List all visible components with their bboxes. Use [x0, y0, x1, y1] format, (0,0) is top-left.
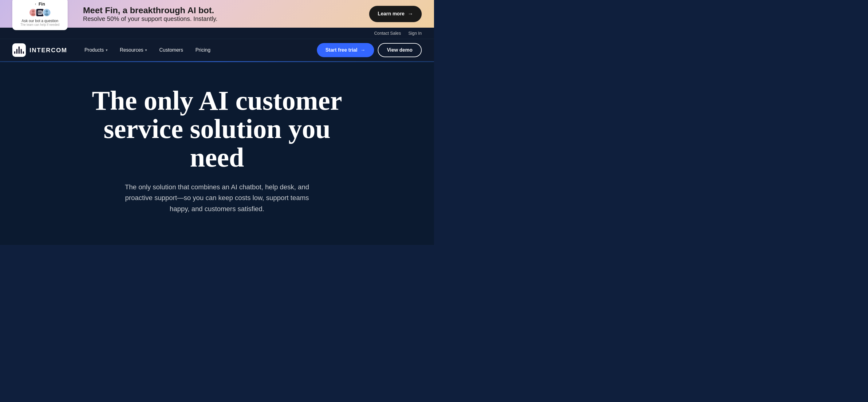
main-navbar: INTERCOM Products ▾ Resources ▾ Customer…: [0, 39, 434, 61]
view-demo-label: View demo: [387, 47, 412, 53]
fin-card-title: Fin: [39, 2, 45, 6]
announcement-banner: ‹ Fin: [0, 0, 434, 28]
logo-bars: [14, 47, 24, 54]
back-arrow-icon: ‹: [35, 2, 36, 6]
logo-bar-1: [14, 51, 16, 54]
fin-card-text: Ask our bot a question The team can help…: [21, 19, 60, 26]
start-trial-button[interactable]: Start free trial →: [317, 43, 374, 57]
view-demo-button[interactable]: View demo: [378, 43, 422, 57]
resources-chevron-icon: ▾: [145, 48, 147, 52]
avatar-group: [29, 8, 51, 17]
nav-links: Products ▾ Resources ▾ Customers Pricing: [80, 45, 317, 55]
fin-card-ask: Ask our bot a question: [21, 19, 60, 23]
svg-rect-5: [40, 11, 41, 14]
logo-text: INTERCOM: [30, 47, 67, 54]
hero-section: The only AI customer service solution yo…: [0, 62, 434, 245]
nav-products[interactable]: Products ▾: [80, 45, 113, 55]
fin-card-header: ‹ Fin: [35, 2, 45, 6]
svg-point-7: [45, 13, 49, 16]
nav-resources[interactable]: Resources ▾: [115, 45, 152, 55]
resources-label: Resources: [120, 47, 143, 53]
svg-rect-3: [38, 11, 39, 14]
hero-subtitle: The only solution that combines an AI ch…: [125, 182, 309, 214]
customers-label: Customers: [159, 47, 183, 53]
products-chevron-icon: ▾: [106, 48, 107, 52]
banner-content: Meet Fin, a breakthrough AI bot. Resolve…: [77, 5, 360, 23]
logo-bar-4: [21, 49, 22, 54]
svg-point-6: [45, 10, 48, 12]
start-trial-arrow-icon: →: [361, 47, 366, 53]
learn-more-button[interactable]: Learn more →: [369, 6, 422, 22]
logo-bar-5: [23, 51, 24, 54]
products-label: Products: [85, 47, 104, 53]
svg-rect-4: [40, 11, 40, 14]
logo-icon: [12, 43, 26, 57]
pricing-label: Pricing: [195, 47, 211, 53]
contact-sales-link[interactable]: Contact Sales: [374, 31, 401, 36]
logo-bar-2: [16, 49, 18, 54]
intercom-logo[interactable]: INTERCOM: [12, 43, 67, 57]
svg-point-0: [32, 10, 34, 12]
banner-arrow-icon: →: [408, 11, 413, 17]
learn-more-label: Learn more: [378, 11, 404, 17]
hero-title: The only AI customer service solution yo…: [79, 87, 355, 172]
fin-bot-card: ‹ Fin: [12, 0, 68, 30]
banner-subheadline: Resolve 50% of your support questions. I…: [83, 16, 360, 23]
avatar-2: [42, 8, 51, 17]
nav-pricing[interactable]: Pricing: [191, 45, 215, 55]
start-trial-label: Start free trial: [326, 47, 358, 53]
logo-bar-3: [19, 47, 20, 54]
sign-in-link[interactable]: Sign In: [408, 31, 422, 36]
nav-customers[interactable]: Customers: [154, 45, 188, 55]
svg-point-1: [31, 13, 35, 16]
nav-actions: Start free trial → View demo: [317, 43, 422, 57]
banner-headline: Meet Fin, a breakthrough AI bot.: [83, 5, 360, 16]
fin-card-sub: The team can help if needed: [21, 23, 60, 26]
